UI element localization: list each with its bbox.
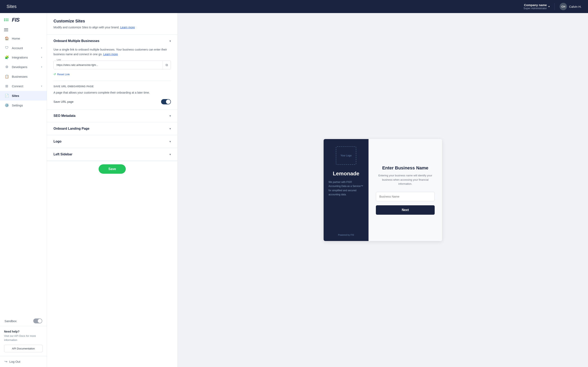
right-panel: Your Logo Lemonade We partner with FIS® …	[178, 13, 588, 367]
fis-logo-icon	[4, 18, 10, 21]
connect-icon: ⊞	[4, 84, 9, 88]
left-sidebar-section: Left Sidebar ▾	[47, 148, 177, 161]
sandbox-label: Sandbox	[4, 319, 17, 323]
sidebar-logo: FIS	[0, 13, 47, 27]
company-text: Company name Super Administrator	[523, 3, 547, 10]
sidebar-item-label: Settings	[12, 104, 42, 107]
save-url-desc: A page that allows your customers comple…	[53, 90, 171, 95]
customize-learn-more-link[interactable]: Learn more	[120, 26, 135, 29]
main-content: Customize Sites Modify and customize Sit…	[47, 13, 588, 367]
hamburger-icon	[4, 28, 43, 31]
user-name: Calvin H.	[569, 5, 581, 8]
header-left: Sites	[7, 4, 17, 9]
preview-mobile: Your Logo Lemonade We partner with FIS® …	[324, 139, 369, 241]
preview-company-name: Lemonade	[333, 170, 359, 177]
avatar: CH	[560, 3, 567, 10]
sidebar-item-label: Integrations	[12, 56, 38, 59]
left-sidebar-title: Left Sidebar	[53, 152, 72, 156]
chevron-down-icon: ▾	[548, 5, 550, 8]
sidebar-item-account[interactable]: 🛡 Account ▾	[0, 43, 47, 53]
business-name-input[interactable]	[376, 192, 435, 201]
form-desc: Entering your business name will identif…	[376, 174, 435, 186]
logo-dot	[7, 20, 8, 21]
sidebar-item-home[interactable]: 🏠 Home	[0, 34, 47, 43]
sandbox-toggle[interactable]	[33, 318, 42, 323]
link-field-label: Link	[56, 58, 62, 61]
header-right: Company name Super Administrator ▾ CH Ca…	[523, 3, 581, 10]
onboard-multiple-desc: Use a single link to onboard multiple bu…	[53, 47, 171, 57]
gear-icon: ⚙	[4, 65, 9, 69]
app-header: Sites Company name Super Administrator ▾…	[0, 0, 588, 13]
save-url-toggle[interactable]	[161, 99, 171, 104]
onboard-learn-more-link[interactable]: Learn more	[103, 53, 118, 56]
onboard-multiple-title: Onboard Multiple Businesses	[53, 39, 99, 43]
sidebar-item-businesses[interactable]: 📋 Businesses	[0, 72, 47, 81]
link-input-wrap: ⧉	[53, 60, 171, 69]
chevron-down-icon: ▾	[169, 114, 171, 117]
logout-row[interactable]: ↪ Log Out	[0, 356, 47, 367]
user-info: CH Calvin H.	[560, 3, 581, 10]
sidebar-item-label: Account	[12, 46, 38, 50]
home-icon: 🏠	[4, 36, 9, 41]
save-url-section: SAVE URL ONBOARDING PAGE A page that all…	[53, 81, 171, 104]
next-button[interactable]: Next	[376, 205, 435, 215]
customize-sites-title: Customize Sites	[53, 19, 171, 24]
logo-dot	[6, 20, 7, 21]
logo-text: FIS	[12, 17, 19, 23]
toggle-row: Save URL page	[53, 99, 171, 104]
reset-icon: ↺	[53, 73, 56, 76]
logo-dot	[4, 20, 5, 21]
help-section: Need help? Visit our API Docs for more i…	[0, 326, 47, 356]
company-role: Super Administrator	[523, 7, 547, 10]
preview-company-desc: We partner with FIS® Accounting Data as …	[329, 180, 364, 197]
logo-header[interactable]: Logo ▾	[47, 135, 177, 148]
list-icon: 📋	[4, 75, 9, 79]
logo-placeholder: Your Logo	[336, 146, 356, 165]
onboard-multiple-header[interactable]: Onboard Multiple Businesses ▾	[47, 35, 177, 47]
save-url-section-label: SAVE URL ONBOARDING PAGE	[53, 85, 171, 88]
logout-icon: ↪	[4, 359, 7, 364]
onboard-multiple-content: Use a single link to onboard multiple bu…	[47, 47, 177, 109]
nav-menu: 🏠 Home 🛡 Account ▾ 🧩 Integrations ▾ ⚙ De…	[0, 32, 47, 316]
onboard-landing-title: Onboard Landing Page	[53, 127, 89, 131]
sidebar: FIS 🏠 Home 🛡 Account ▾ 🧩 Integrations ▾	[0, 13, 47, 367]
link-input[interactable]	[54, 61, 163, 69]
panel-header: Customize Sites Modify and customize Sit…	[47, 13, 177, 35]
chevron-down-icon: ▾	[169, 153, 171, 156]
puzzle-icon: 🧩	[4, 55, 9, 59]
logo-dot	[7, 18, 8, 20]
sites-icon: 📄	[4, 94, 9, 98]
company-name: Company name	[523, 3, 547, 7]
preview-powered-by: Powered by FIS	[338, 234, 354, 236]
onboard-landing-header[interactable]: Onboard Landing Page ▾	[47, 122, 177, 135]
logo-dot	[4, 18, 5, 20]
copy-link-button[interactable]: ⧉	[163, 61, 171, 69]
reset-link[interactable]: ↺ Reset Link	[53, 73, 171, 76]
seo-metadata-header[interactable]: SEO Metadata ▾	[47, 109, 177, 122]
link-field: Link ⧉	[53, 60, 171, 69]
sidebar-item-sites[interactable]: 📄 Sites	[0, 91, 47, 100]
sidebar-item-connect[interactable]: ⊞ Connect ▾	[0, 81, 47, 91]
company-selector[interactable]: Company name Super Administrator ▾	[523, 3, 550, 10]
logo-dot	[6, 18, 7, 20]
header-divider	[554, 3, 555, 10]
left-panel: Customize Sites Modify and customize Sit…	[47, 13, 178, 367]
bottom-save-bar: Save	[47, 161, 177, 177]
onboard-multiple-section: Onboard Multiple Businesses ▾ Use a sing…	[47, 35, 177, 109]
left-sidebar-header[interactable]: Left Sidebar ▾	[47, 148, 177, 161]
api-docs-button[interactable]: API Documentation	[4, 345, 43, 352]
menu-toggle[interactable]	[0, 27, 47, 32]
preview-container: Your Logo Lemonade We partner with FIS® …	[324, 139, 442, 241]
save-url-toggle-label: Save URL page	[53, 100, 73, 103]
sidebar-item-developers[interactable]: ⚙ Developers ▾	[0, 62, 47, 72]
sandbox-row: Sandbox	[0, 316, 47, 326]
logo-title: Logo	[53, 140, 61, 143]
save-button[interactable]: Save	[99, 164, 126, 174]
chevron-down-icon: ▾	[169, 140, 171, 143]
form-title: Enter Business Name	[382, 165, 428, 171]
chevron-down-icon: ▾	[41, 47, 42, 49]
settings-icon: ⚙️	[4, 103, 9, 108]
sidebar-item-integrations[interactable]: 🧩 Integrations ▾	[0, 53, 47, 62]
sidebar-item-label: Developers	[12, 65, 38, 69]
sidebar-item-settings[interactable]: ⚙️ Settings	[0, 100, 47, 110]
